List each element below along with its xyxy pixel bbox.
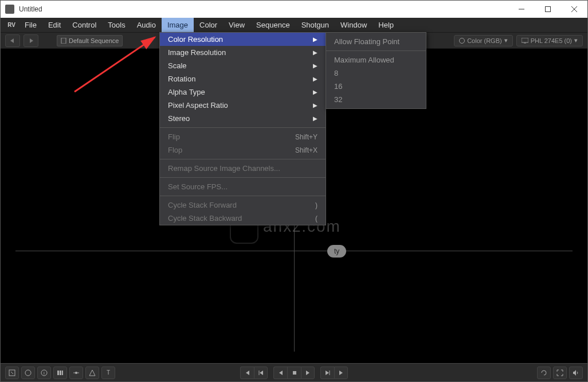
info-button[interactable]: i	[37, 367, 51, 379]
svg-rect-1	[546, 7, 551, 12]
display-selector[interactable]: PHL 274E5 (0) ▾	[516, 35, 583, 46]
menubar: RV File Edit Control Tools Audio Image C…	[1, 18, 587, 33]
text-icon: T	[107, 369, 110, 376]
maximize-button[interactable]	[535, 1, 561, 18]
sequence-label: Default Sequence	[69, 37, 119, 44]
play-forward-icon	[305, 370, 311, 376]
channels-button[interactable]	[53, 367, 67, 379]
menu-sequence[interactable]: Sequence	[250, 18, 296, 32]
svg-text:i: i	[44, 371, 45, 376]
menu-separator	[326, 50, 426, 51]
playback-controls	[240, 367, 348, 379]
submenu-arrow-icon: ▶	[313, 76, 317, 82]
menu-item-cycle-forward[interactable]: Cycle Stack Forward)	[160, 198, 326, 212]
warning-button[interactable]	[85, 367, 99, 379]
stop-button[interactable]	[287, 367, 301, 379]
fit-button[interactable]	[5, 367, 19, 379]
play-forward-button[interactable]	[301, 367, 315, 379]
svg-rect-17	[293, 371, 296, 375]
close-button[interactable]	[561, 1, 587, 18]
skip-back-button[interactable]	[254, 367, 268, 379]
menu-item-rotation[interactable]: Rotation▶	[160, 72, 326, 85]
menu-item-stereo[interactable]: Stereo▶	[160, 112, 326, 125]
timeline-button[interactable]	[69, 367, 83, 379]
play-back-button[interactable]	[273, 367, 287, 379]
color-icon	[459, 38, 465, 44]
menu-item-remap-channels[interactable]: Remap Source Image Channels...	[160, 162, 326, 175]
step-back-button[interactable]	[240, 367, 254, 379]
submenu-item-allow-floating-point[interactable]: Allow Floating Point	[326, 35, 426, 48]
color-mode-selector[interactable]: Color (RGB) ▾	[454, 35, 513, 46]
nav-back-button[interactable]	[5, 34, 20, 47]
skip-back-icon	[258, 370, 264, 376]
menu-control[interactable]: Control	[66, 18, 102, 32]
menu-item-scale[interactable]: Scale▶	[160, 59, 326, 72]
menu-help[interactable]: Help	[373, 18, 399, 32]
color-mode-label: Color (RGB)	[467, 37, 502, 44]
menu-shotgun[interactable]: Shotgun	[296, 18, 335, 32]
submenu-item-16[interactable]: 16	[326, 80, 426, 93]
nav-forward-button[interactable]	[23, 34, 38, 47]
menu-item-flip[interactable]: FlipShift+Y	[160, 130, 326, 143]
fit-icon	[9, 369, 15, 376]
menu-item-set-source-fps[interactable]: Set Source FPS...	[160, 180, 326, 193]
view-mode-button[interactable]	[21, 367, 35, 379]
chevron-down-icon: ▾	[504, 37, 508, 44]
svg-rect-11	[57, 371, 59, 375]
menu-item-flop[interactable]: FlopShift+X	[160, 143, 326, 157]
info-icon: i	[41, 369, 48, 376]
window-controls	[508, 1, 587, 18]
menu-view[interactable]: View	[223, 18, 250, 32]
color-resolution-submenu: Allow Floating Point Maximum Allowed 8 1…	[326, 32, 426, 109]
svg-rect-5	[522, 38, 528, 42]
app-icon	[5, 5, 14, 14]
bottombar: i T	[1, 363, 587, 381]
submenu-item-maximum-allowed[interactable]: Maximum Allowed	[326, 53, 426, 67]
sequence-selector[interactable]: Default Sequence	[57, 35, 123, 46]
fullscreen-button[interactable]	[553, 367, 567, 379]
text-button[interactable]: T	[101, 367, 115, 379]
submenu-arrow-icon: ▶	[313, 36, 317, 42]
svg-point-8	[25, 370, 31, 376]
document-icon	[61, 38, 66, 44]
svg-rect-4	[61, 38, 66, 44]
menu-image[interactable]: Image	[162, 18, 194, 32]
menu-item-pixel-aspect-ratio[interactable]: Pixel Aspect Ratio▶	[160, 99, 326, 112]
display-label: PHL 274E5 (0)	[531, 37, 572, 44]
menu-item-cycle-backward[interactable]: Cycle Stack Backward(	[160, 212, 326, 225]
stop-icon	[292, 370, 297, 376]
menu-audio[interactable]: Audio	[131, 18, 162, 32]
menu-item-color-resolution[interactable]: Color Resolution▶	[160, 33, 326, 46]
timeline-icon	[73, 369, 80, 376]
svg-rect-13	[62, 371, 63, 375]
loop-button[interactable]	[537, 367, 551, 379]
skip-forward-button[interactable]	[320, 367, 334, 379]
viewport-badge: ty	[327, 245, 346, 258]
submenu-arrow-icon: ▶	[313, 102, 317, 108]
play-back-icon	[278, 370, 284, 376]
image-menu-dropdown: Color Resolution▶ Image Resolution▶ Scal…	[159, 32, 326, 225]
menu-color[interactable]: Color	[194, 18, 223, 32]
menu-tools[interactable]: Tools	[102, 18, 131, 32]
menu-edit[interactable]: Edit	[42, 18, 66, 32]
menu-separator	[160, 177, 326, 178]
submenu-item-8[interactable]: 8	[326, 67, 426, 80]
menu-item-image-resolution[interactable]: Image Resolution▶	[160, 46, 326, 59]
menu-item-alpha-type[interactable]: Alpha Type▶	[160, 85, 326, 99]
svg-point-15	[75, 372, 77, 374]
skip-forward-icon	[325, 370, 331, 376]
warning-icon	[89, 369, 96, 376]
step-forward-button[interactable]	[334, 367, 348, 379]
submenu-arrow-icon: ▶	[313, 49, 317, 56]
close-icon	[571, 6, 577, 12]
volume-button[interactable]	[569, 367, 583, 379]
submenu-item-32[interactable]: 32	[326, 93, 426, 106]
menu-file[interactable]: File	[19, 18, 42, 32]
window-title: Untitled	[19, 5, 508, 13]
minimize-button[interactable]	[508, 1, 535, 18]
menu-window[interactable]: Window	[335, 18, 373, 32]
svg-rect-12	[60, 371, 61, 375]
menu-separator	[160, 127, 326, 128]
step-back-icon	[245, 370, 250, 376]
step-forward-icon	[338, 370, 344, 376]
